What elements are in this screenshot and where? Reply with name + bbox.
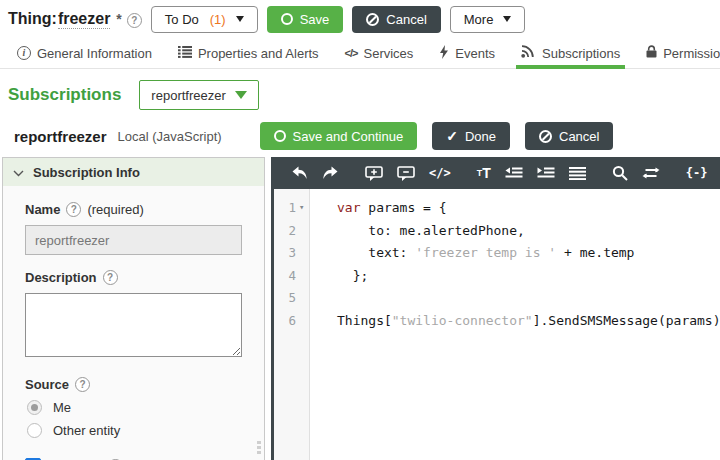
format-lines-icon[interactable] <box>562 157 593 189</box>
tab-permissions[interactable]: Permissions <box>633 38 720 68</box>
tab-label: Services <box>364 46 414 61</box>
line-number[interactable]: 3 <box>274 244 309 267</box>
panel-title: Subscription Info <box>33 165 140 180</box>
search-icon[interactable] <box>605 157 635 189</box>
info-icon: i <box>17 46 31 60</box>
more-button[interactable]: More <box>450 6 526 33</box>
chevron-down-icon <box>13 165 24 180</box>
collapse-braces-icon[interactable]: {-} <box>679 157 715 189</box>
source-radio-other-entity[interactable]: Other entity <box>27 423 242 438</box>
save-circle-icon <box>274 130 286 142</box>
tab-subscriptions[interactable]: Subscriptions <box>508 38 633 68</box>
top-bar: Thing:freezer * ? To Do(1) Save Cancel M… <box>0 0 720 38</box>
cancel-icon <box>539 130 552 143</box>
rss-icon <box>521 45 536 61</box>
line-number[interactable]: 1▾ <box>274 199 309 222</box>
indent-icon[interactable] <box>530 157 562 189</box>
cancel-icon <box>366 13 379 26</box>
tab-label: General Information <box>37 46 152 61</box>
line-number[interactable]: 6 <box>274 312 309 335</box>
tab-label: Properties and Alerts <box>198 46 319 61</box>
cancel-label: Cancel <box>559 129 599 144</box>
comment-add-icon[interactable] <box>358 157 390 189</box>
panel-resize-handle[interactable] <box>257 441 261 454</box>
description-label: Description <box>25 270 97 285</box>
check-icon: ✓ <box>446 129 458 143</box>
code-line[interactable]: var params = { <box>337 199 720 222</box>
line-number[interactable]: 2 <box>274 222 309 245</box>
line-number[interactable]: 5 <box>274 289 309 312</box>
question-circle-icon[interactable]: ? <box>75 377 90 392</box>
question-circle-icon[interactable]: ? <box>127 13 142 28</box>
code-icon: </> <box>345 47 358 59</box>
source-label-row: Source ? <box>25 377 242 392</box>
entity-type-label: Thing: <box>8 10 57 28</box>
code-line[interactable]: text: 'freezer temp is ' + me.temp <box>337 244 720 267</box>
source-label: Source <box>25 377 69 392</box>
cancel-button[interactable]: Cancel <box>352 6 440 33</box>
done-label: Done <box>465 129 496 144</box>
tab-properties-and-alerts[interactable]: Properties and Alerts <box>165 38 332 68</box>
tab-label: Subscriptions <box>542 46 620 61</box>
subscription-name: reportfreezer <box>14 128 107 145</box>
subscription-info-header[interactable]: Subscription Info <box>3 158 264 186</box>
tab-general-information[interactable]: i General Information <box>4 38 165 68</box>
subscription-info-panel: Subscription Info Name ? (required) Desc… <box>2 157 265 460</box>
code-lines[interactable]: var params = { to: me.alertedPhone, text… <box>311 189 720 460</box>
tab-events[interactable]: Events <box>426 38 508 68</box>
chevron-down-icon <box>236 16 244 22</box>
cancel-subscription-button[interactable]: Cancel <box>525 122 613 150</box>
description-label-row: Description ? <box>25 270 242 285</box>
entity-tab-bar: i General Information Properties and Ale… <box>0 38 720 69</box>
bolt-icon <box>439 45 449 62</box>
redo-icon[interactable] <box>315 157 346 189</box>
code-editor: </> TT {-} {+} Linting 1▾23456 var param… <box>271 157 720 460</box>
source-radio-me[interactable]: Me <box>27 400 242 415</box>
entity-name[interactable]: freezer <box>58 10 110 29</box>
comment-remove-icon[interactable] <box>390 157 422 189</box>
chevron-down-icon <box>235 91 247 99</box>
todo-count: (1) <box>210 12 226 27</box>
chevron-down-icon <box>503 16 511 22</box>
save-button[interactable]: Save <box>267 6 344 33</box>
unsaved-marker: * <box>116 11 121 27</box>
replace-icon[interactable] <box>635 157 667 189</box>
code-line[interactable]: Things["twilio-connector"].SendSMSMessag… <box>337 312 720 335</box>
todo-label: To Do <box>165 12 199 27</box>
radio-label: Me <box>53 400 71 415</box>
code-line[interactable]: to: me.alertedPhone, <box>337 222 720 245</box>
undo-icon[interactable] <box>284 157 315 189</box>
cancel-label: Cancel <box>386 12 426 27</box>
inline-code-icon[interactable]: </> <box>422 157 458 189</box>
line-number[interactable]: 4 <box>274 267 309 290</box>
todo-button[interactable]: To Do(1) <box>151 6 258 33</box>
name-label-row: Name ? (required) <box>25 202 242 217</box>
save-label: Save <box>300 12 330 27</box>
subscription-selector[interactable]: reportfreezer <box>139 80 258 110</box>
fold-arrow-icon[interactable]: ▾ <box>299 199 304 216</box>
lock-icon <box>646 45 657 61</box>
expand-braces-icon[interactable]: {+} <box>714 157 720 189</box>
save-circle-icon <box>281 13 293 25</box>
name-input[interactable] <box>25 225 242 255</box>
entity-title: Thing:freezer * ? <box>8 10 142 29</box>
list-icon <box>178 46 192 61</box>
code-line[interactable] <box>337 289 720 312</box>
save-and-continue-button[interactable]: Save and Continue <box>260 122 418 150</box>
font-size-icon[interactable]: TT <box>470 157 498 189</box>
name-label: Name <box>25 202 60 217</box>
required-label: (required) <box>87 202 143 217</box>
done-button[interactable]: ✓ Done <box>432 122 510 150</box>
outdent-icon[interactable] <box>498 157 530 189</box>
question-circle-icon[interactable]: ? <box>66 202 81 217</box>
radio-label: Other entity <box>53 423 120 438</box>
question-circle-icon[interactable]: ? <box>103 270 118 285</box>
description-textarea[interactable] <box>25 293 242 357</box>
tab-services[interactable]: </> Services <box>332 38 427 68</box>
section-heading-row: Subscriptions reportfreezer <box>0 76 259 114</box>
page-title: Subscriptions <box>8 85 121 105</box>
subscription-type: Local (JavaScript) <box>118 129 222 144</box>
radio-icon <box>27 400 42 415</box>
code-line[interactable]: }; <box>337 267 720 290</box>
more-label: More <box>464 12 494 27</box>
